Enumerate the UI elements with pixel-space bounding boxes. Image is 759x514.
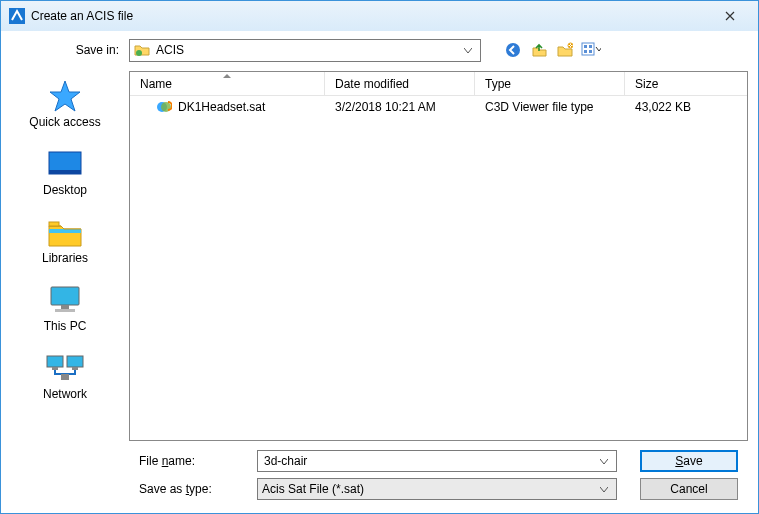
save-in-row: Save in: ACIS	[1, 31, 758, 65]
quick-access-icon	[1, 77, 129, 115]
window-title: Create an ACIS file	[31, 9, 710, 23]
place-quick-access[interactable]: Quick access	[1, 71, 129, 139]
place-label: Desktop	[1, 183, 129, 197]
place-label: Libraries	[1, 251, 129, 265]
place-label: This PC	[1, 319, 129, 333]
save-type-label: Save as type:	[129, 482, 257, 496]
libraries-icon	[1, 213, 129, 251]
titlebar: Create an ACIS file	[1, 1, 758, 31]
col-size[interactable]: Size	[625, 72, 747, 95]
file-name-input[interactable]	[262, 453, 596, 469]
main-panel: Name Date modified Type Size DK1Headset.…	[129, 65, 758, 513]
new-folder-button[interactable]	[555, 40, 575, 60]
svg-rect-15	[55, 309, 75, 312]
column-headers: Name Date modified Type Size	[130, 72, 747, 96]
dialog-window: Create an ACIS file Save in: ACIS Qu	[0, 0, 759, 514]
file-name-combo[interactable]	[257, 450, 617, 472]
svg-rect-5	[584, 45, 587, 48]
col-name[interactable]: Name	[130, 72, 325, 95]
up-button[interactable]	[529, 40, 549, 60]
svg-rect-6	[589, 45, 592, 48]
svg-point-2	[506, 43, 520, 57]
chevron-down-icon	[596, 482, 612, 496]
place-libraries[interactable]: Libraries	[1, 207, 129, 275]
bottom-panel: File name: Save Save as type: Acis Sat F…	[129, 441, 748, 513]
app-icon	[9, 8, 25, 24]
close-icon	[725, 11, 735, 21]
place-label: Quick access	[1, 115, 129, 129]
svg-rect-12	[49, 222, 59, 226]
place-label: Network	[1, 387, 129, 401]
desktop-icon	[1, 145, 129, 183]
folder-icon	[134, 42, 150, 58]
file-name: DK1Headset.sat	[178, 100, 265, 114]
col-date[interactable]: Date modified	[325, 72, 475, 95]
col-type[interactable]: Type	[475, 72, 625, 95]
svg-rect-16	[47, 356, 63, 367]
save-type-row: Save as type: Acis Sat File (*.sat) Canc…	[129, 475, 738, 503]
file-rows: DK1Headset.sat 3/2/2018 10:21 AM C3D Vie…	[130, 96, 747, 440]
svg-rect-7	[584, 50, 587, 53]
svg-rect-13	[51, 287, 79, 305]
view-menu-button[interactable]	[581, 40, 601, 60]
cell-date: 3/2/2018 10:21 AM	[325, 100, 475, 114]
svg-point-1	[136, 50, 142, 56]
save-in-combo[interactable]: ACIS	[129, 39, 481, 62]
this-pc-icon	[1, 281, 129, 319]
save-in-label: Save in:	[1, 43, 129, 57]
back-button[interactable]	[503, 40, 523, 60]
save-in-value: ACIS	[156, 43, 460, 57]
svg-rect-14	[61, 305, 69, 309]
svg-rect-19	[72, 367, 78, 370]
places-bar: Quick access Desktop Libraries This PC N…	[1, 65, 129, 513]
file-listview[interactable]: Name Date modified Type Size DK1Headset.…	[129, 71, 748, 441]
save-button[interactable]: Save	[640, 450, 738, 472]
place-network[interactable]: Network	[1, 343, 129, 411]
svg-rect-20	[61, 374, 69, 380]
svg-rect-17	[67, 356, 83, 367]
nav-toolbar	[503, 40, 601, 60]
svg-rect-10	[49, 170, 81, 174]
cell-size: 43,022 KB	[625, 100, 747, 114]
svg-rect-11	[49, 229, 81, 233]
table-row[interactable]: DK1Headset.sat 3/2/2018 10:21 AM C3D Vie…	[130, 96, 747, 118]
save-type-combo[interactable]: Acis Sat File (*.sat)	[257, 478, 617, 500]
place-desktop[interactable]: Desktop	[1, 139, 129, 207]
cell-type: C3D Viewer file type	[475, 100, 625, 114]
cancel-button[interactable]: Cancel	[640, 478, 738, 500]
close-button[interactable]	[710, 2, 750, 30]
file-name-label: File name:	[129, 454, 257, 468]
file-icon	[156, 99, 172, 115]
chevron-down-icon	[596, 454, 612, 468]
svg-rect-18	[52, 367, 58, 370]
file-name-row: File name: Save	[129, 447, 738, 475]
network-icon	[1, 349, 129, 387]
dialog-body: Quick access Desktop Libraries This PC N…	[1, 65, 758, 513]
cell-name: DK1Headset.sat	[130, 99, 325, 115]
save-type-value: Acis Sat File (*.sat)	[262, 482, 596, 496]
svg-rect-4	[582, 43, 594, 55]
chevron-down-icon	[460, 43, 476, 57]
place-this-pc[interactable]: This PC	[1, 275, 129, 343]
svg-rect-8	[589, 50, 592, 53]
